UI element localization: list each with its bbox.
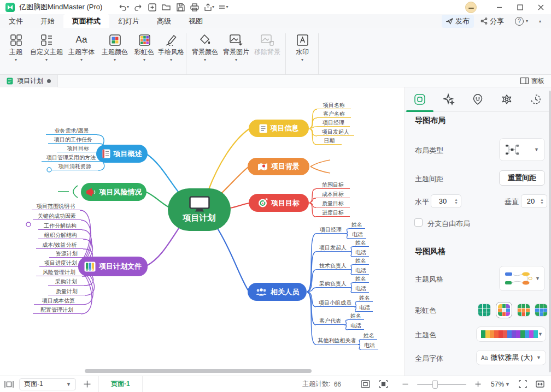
fit-width-button[interactable]: [531, 381, 551, 388]
panel-scrollbar[interactable]: [549, 91, 551, 372]
subtopic[interactable]: 业务需求/愿景: [46, 127, 97, 135]
zoom-slider[interactable]: [417, 384, 466, 385]
subtopic[interactable]: 资源计划: [49, 250, 84, 258]
subtopic[interactable]: 项目的工作任务: [48, 136, 98, 144]
subtopic[interactable]: 成本目标: [316, 191, 350, 198]
mindmap-canvas[interactable]: 项目计划 项目概述 项目风险情况 项目计划文件 项目信息 项目背景 项目目标 相…: [0, 87, 405, 376]
subtopic[interactable]: 项目范围说明书: [32, 203, 80, 210]
redo-button[interactable]: [131, 2, 145, 13]
topic-people[interactable]: 相关人员: [248, 283, 307, 301]
subtopic[interactable]: 其他利益相关者: [316, 337, 358, 345]
rainbow-color-button[interactable]: 彩虹色▾: [131, 32, 157, 62]
subtopic[interactable]: 技术负责人: [316, 262, 350, 270]
subtopic[interactable]: 范围目标: [316, 181, 350, 189]
topic-overview[interactable]: 项目概述: [96, 145, 148, 163]
zoom-out-button[interactable]: [392, 381, 413, 387]
theme-font-button[interactable]: Aa 主题字体▾: [65, 32, 98, 62]
subtopic[interactable]: 姓名: [353, 257, 369, 265]
background-image-button[interactable]: 背景图片▾: [221, 32, 251, 62]
subtopic[interactable]: 工作分解结构: [38, 222, 82, 230]
zoom-slider-thumb[interactable]: [432, 380, 438, 389]
canvas-horizontal-scrollbar[interactable]: [85, 369, 312, 373]
subtopic[interactable]: 项目进度计划: [39, 259, 82, 267]
topic-goals[interactable]: 项目目标: [249, 194, 309, 212]
maximize-button[interactable]: [509, 1, 530, 14]
subtopic[interactable]: 电话: [353, 249, 369, 257]
subtopic[interactable]: 质量计划: [48, 288, 85, 295]
fit-page-button[interactable]: [356, 380, 374, 388]
page-overview-button[interactable]: [0, 381, 18, 388]
fullscreen-button[interactable]: [510, 380, 531, 388]
topic-plan-files[interactable]: 项目计划文件: [78, 257, 148, 276]
subtopic[interactable]: 姓名: [348, 312, 364, 320]
save-button[interactable]: [173, 2, 187, 13]
menu-home[interactable]: 开始: [32, 14, 63, 28]
tab-history[interactable]: [521, 87, 550, 111]
new-file-button[interactable]: [145, 2, 159, 13]
menu-file[interactable]: 文件: [0, 14, 32, 28]
rainbow-option-3[interactable]: [518, 304, 530, 316]
subtopic[interactable]: 项目发起人: [317, 128, 354, 136]
subtopic[interactable]: 采购负责人: [316, 280, 350, 288]
subtopic[interactable]: 项目成本估算: [34, 297, 83, 305]
subtopic[interactable]: 成本/效益分析: [36, 241, 83, 249]
layout-type-dropdown[interactable]: ▼: [499, 138, 545, 161]
subtopic[interactable]: 进度目标: [316, 209, 350, 217]
tab-stickers[interactable]: [463, 87, 492, 111]
subtopic[interactable]: 电话: [348, 322, 364, 330]
menu-advanced[interactable]: 高级: [148, 14, 180, 28]
subtopic[interactable]: 项目管理采用的方法: [42, 154, 101, 162]
undo-button[interactable]: ▾: [116, 2, 131, 13]
close-button[interactable]: [530, 1, 551, 14]
zoom-percent-caret[interactable]: ▼: [505, 382, 510, 387]
subtopic[interactable]: 风险管理计划: [36, 269, 82, 276]
horizontal-spacing-stepper[interactable]: 30 ▲▼: [431, 194, 461, 208]
export-button[interactable]: ▾: [202, 2, 216, 13]
tab-ai-assistant[interactable]: [434, 87, 463, 111]
free-layout-checkbox[interactable]: [414, 218, 423, 227]
theme-style-dropdown[interactable]: ▼: [499, 266, 545, 291]
menu-slideshow[interactable]: 幻灯片: [109, 14, 148, 28]
subtopic[interactable]: 电话: [353, 285, 369, 293]
subtopic[interactable]: 项目消耗资源: [51, 163, 98, 170]
subtopic[interactable]: 客户名称: [317, 110, 351, 118]
open-file-button[interactable]: [159, 2, 173, 13]
minimize-button[interactable]: [489, 1, 509, 14]
hand-drawn-style-button[interactable]: 手绘风格▾: [157, 32, 185, 62]
theme-color-dropdown[interactable]: ▼: [476, 326, 546, 342]
subtopic[interactable]: 项目小组成员: [316, 299, 354, 307]
subtopic[interactable]: 项目名称: [317, 102, 351, 109]
custom-theme-button[interactable]: 自定义主题▾: [28, 32, 65, 62]
vertical-spacing-stepper[interactable]: 20 ▲▼: [521, 194, 547, 208]
subtopic[interactable]: 项目经理: [317, 119, 350, 127]
subtopic[interactable]: 日期: [317, 137, 342, 145]
subtopic[interactable]: 姓名: [349, 221, 365, 229]
global-font-dropdown[interactable]: Aa 微软雅黑 (大) ▼: [476, 350, 546, 365]
menu-page-style[interactable]: 页面样式: [63, 14, 109, 28]
theme-color-button[interactable]: 主题颜色▾: [98, 32, 131, 62]
stepper-arrows-icon[interactable]: ▲▼: [454, 198, 461, 205]
publish-button[interactable]: 发布: [442, 15, 474, 28]
document-tab[interactable]: 项目计划: [0, 75, 58, 87]
tab-layout-format[interactable]: [405, 87, 434, 111]
subtopic[interactable]: 电话: [356, 304, 373, 312]
subtopic[interactable]: 质量目标: [316, 200, 350, 207]
topic-risk[interactable]: 项目风险情况: [81, 183, 146, 201]
subtopic[interactable]: 姓名: [356, 294, 373, 302]
page-select-dropdown[interactable]: 页面-1▼: [19, 378, 76, 390]
subtopic[interactable]: 配置管理计划: [33, 306, 81, 314]
subtopic[interactable]: 采购计划: [48, 278, 84, 286]
theme-button[interactable]: 主题▾: [0, 32, 32, 62]
subtopic[interactable]: 电话: [353, 267, 369, 275]
add-page-button[interactable]: [76, 381, 98, 388]
zoom-in-button[interactable]: [471, 381, 485, 387]
subtopic[interactable]: 组织分解结构: [38, 231, 83, 239]
topic-background[interactable]: 项目背景: [248, 158, 309, 175]
page-tab-active[interactable]: 页面-1: [98, 376, 143, 392]
subtopic[interactable]: 电话: [361, 342, 378, 349]
focus-mode-button[interactable]: [374, 380, 392, 388]
customize-toolbar-button[interactable]: ▾: [216, 2, 230, 13]
background-color-button[interactable]: 背景颜色▾: [189, 32, 221, 62]
subtopic[interactable]: 姓名: [361, 332, 377, 340]
topic-info[interactable]: 项目信息: [249, 120, 309, 137]
